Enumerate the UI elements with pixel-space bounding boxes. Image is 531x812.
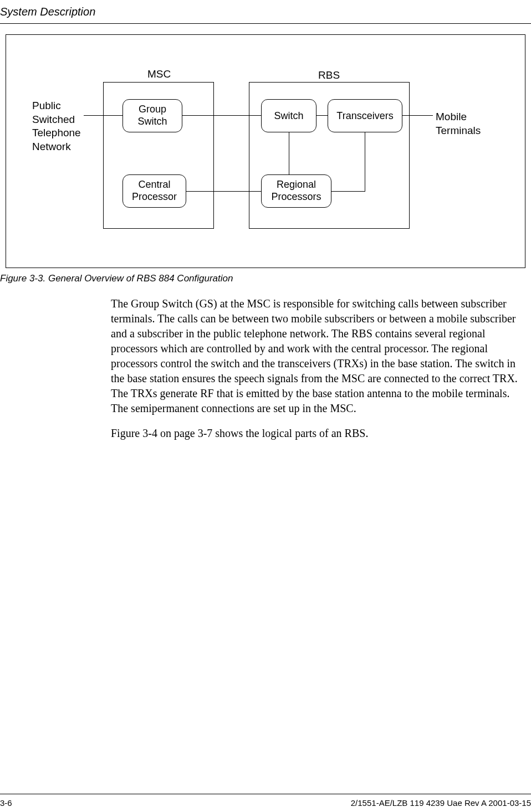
body-text: The Group Switch (GS) at the MSC is resp… [111,296,527,451]
paragraph-2: Figure 3-4 on page 3-7 shows the logical… [111,426,527,441]
figure-caption: Figure 3-3. General Overview of RBS 884 … [0,273,233,284]
msc-label: MSC [147,68,171,80]
line-switch-trx [316,115,328,116]
figure-box: MSC RBS GroupSwitch CentralProcessor Swi… [6,34,525,268]
mobile-terminals-label: MobileTerminals [436,110,481,137]
line-trx-rp-h [331,191,365,192]
line-switch-rp [289,132,289,174]
transceivers-node: Transceivers [328,99,402,132]
line-gs-switch [182,115,261,116]
footer-rule [0,794,531,794]
rbs-label: RBS [318,69,340,81]
page-header-title: System Description [0,6,95,18]
line-trx-mobile [402,115,433,116]
header-rule [0,23,531,24]
group-switch-node: GroupSwitch [122,99,182,132]
document-id: 2/1551-AE/LZB 119 4239 Uae Rev A 2001-03… [351,798,531,808]
regional-processors-node: RegionalProcessors [261,174,331,208]
line-cp-rp [186,191,261,192]
line-trx-down [365,132,365,191]
page-number: 3-6 [0,798,12,808]
line-pstn-gs [84,115,122,116]
central-processor-node: CentralProcessor [122,174,186,208]
paragraph-1: The Group Switch (GS) at the MSC is resp… [111,296,527,416]
switch-node: Switch [261,99,316,132]
pstn-label: PublicSwitchedTelephoneNetwork [32,99,81,154]
